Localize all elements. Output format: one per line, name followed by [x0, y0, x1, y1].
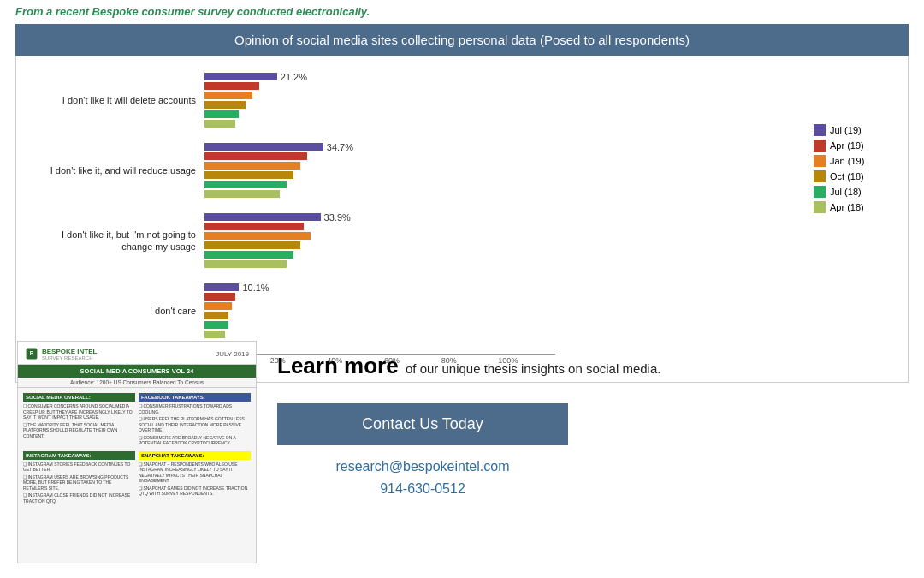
bar — [204, 232, 311, 240]
learn-more-bold: Learn more — [277, 353, 399, 378]
report-thumbnail: B BESPOKE INTEL SURVEY RESEARCH JULY 201… — [17, 341, 257, 563]
bar-group: 21.2% — [204, 73, 797, 128]
legend-label: Apr (18) — [830, 202, 864, 212]
legend-item: Jul (18) — [814, 186, 891, 198]
thumb-col: SOCIAL MEDIA OVERALL:❑ CONSUMER CONCERNS… — [21, 391, 137, 450]
legend-item: Oct (18) — [814, 170, 891, 182]
bar-row — [204, 171, 797, 179]
thumb-bullet: ❑ INSTAGRAM CLOSE FRIENDS DID NOT INCREA… — [23, 492, 135, 504]
legend-label: Jan (19) — [830, 156, 864, 166]
svg-text:B: B — [30, 350, 34, 356]
thumb-logo-text: BESPOKE INTEL SURVEY RESEARCH — [42, 348, 97, 361]
legend-color-box — [814, 140, 826, 152]
thumb-subtitle: SOCIAL MEDIA CONSUMERS VOL 24 — [18, 365, 256, 378]
thumb-audience: Audience: 1200+ US Consumers Balanced To… — [18, 378, 256, 388]
bar — [204, 92, 252, 99]
legend-color-box — [814, 155, 826, 167]
bar-row — [204, 251, 797, 259]
chart-inner: I don't like it will delete accounts21.2… — [33, 73, 797, 365]
bar — [204, 251, 293, 259]
bar — [204, 171, 293, 179]
thumb-bullet: ❑ SNAPCHAT – RESPONDENTS WHO ALSO USE IN… — [139, 462, 251, 484]
legend-color-box — [814, 124, 826, 136]
survey-note: From a recent Bespoke consumer survey co… — [15, 5, 370, 18]
thumb-section-header: SNAPCHAT TAKEAWAYS: — [139, 451, 251, 460]
bar-row — [204, 260, 797, 268]
bar-row — [204, 190, 797, 198]
bar-row — [204, 152, 797, 160]
legend-item: Apr (19) — [814, 140, 891, 152]
bar-row — [204, 232, 797, 240]
learn-more-rest: of our unique thesis insights on social … — [406, 361, 661, 376]
bar — [204, 110, 239, 118]
thumb-logo: B BESPOKE INTEL SURVEY RESEARCH — [25, 347, 97, 361]
bar — [204, 101, 246, 109]
bar-row — [204, 162, 797, 170]
legend-item: Jan (19) — [814, 155, 891, 167]
bespoke-logo-icon: B — [25, 347, 38, 361]
thumb-bullet: ❑ USERS FEEL THE PLATFORM HAS GOTTEN LES… — [139, 416, 251, 433]
thumb-header: B BESPOKE INTEL SURVEY RESEARCH JULY 201… — [18, 342, 256, 365]
bar-value-label: 33.9% — [324, 212, 351, 223]
legend-color-box — [814, 170, 826, 182]
thumb-body: SOCIAL MEDIA OVERALL:❑ CONSUMER CONCERNS… — [18, 388, 256, 510]
legend-label: Jul (19) — [830, 125, 862, 135]
chart-row-label: I don't like it, but I'm not going to ch… — [33, 229, 204, 253]
bar-row — [204, 120, 797, 128]
bar — [204, 162, 300, 170]
bar-group: 33.9% — [204, 213, 797, 268]
bar — [204, 73, 277, 80]
contact-us-button[interactable]: Contact Us Today — [277, 403, 568, 445]
bar-row — [204, 241, 797, 249]
bar — [204, 82, 259, 90]
chart-legend: Jul (19)Apr (19)Jan (19)Oct (18)Jul (18)… — [814, 73, 891, 365]
legend-label: Oct (18) — [830, 171, 864, 182]
thumb-col: SNAPCHAT TAKEAWAYS:❑ SNAPCHAT – RESPONDE… — [137, 450, 252, 508]
bar — [204, 143, 323, 151]
bar-value-label: 21.2% — [281, 72, 307, 82]
thumb-section-header: SOCIAL MEDIA OVERALL: — [23, 393, 135, 402]
thumb-bullet: ❑ SNAPCHAT GAMES DID NOT INCREASE TRACTI… — [139, 486, 251, 497]
thumb-section-header: INSTAGRAM TAKEAWAYS: — [23, 451, 135, 460]
chart-row: I don't like it will delete accounts21.2… — [33, 73, 797, 128]
bar-row — [204, 82, 797, 90]
chart-row: I don't like it, but I'm not going to ch… — [33, 213, 797, 268]
bar-row — [204, 92, 797, 99]
bar — [204, 152, 307, 160]
thumb-bullet: ❑ CONSUMER CONCERNS AROUND SOCIAL MEDIA … — [23, 403, 135, 420]
bar-value-label: 10.1% — [242, 283, 269, 293]
bar-row — [204, 312, 797, 319]
thumb-col: FACEBOOK TAKEAWAYS:❑ CONSUMER FRUSTRATIO… — [137, 391, 252, 450]
thumb-col: INSTAGRAM TAKEAWAYS:❑ INSTAGRAM STORIES … — [21, 450, 137, 508]
contact-email: research@bespokeintel.com — [277, 459, 568, 474]
bar — [204, 181, 287, 188]
logo-sub: SURVEY RESEARCH — [42, 355, 97, 361]
bar-row — [204, 293, 797, 301]
thumb-bullet: ❑ CONSUMER FRUSTRATIONS TOWARD ADS COOLI… — [139, 403, 251, 414]
bar — [204, 241, 300, 249]
bar-row: 10.1% — [204, 283, 797, 291]
contact-phone: 914-630-0512 — [277, 481, 568, 497]
chart-row: I don't like it, and will reduce usage34… — [33, 143, 797, 198]
legend-color-box — [814, 201, 826, 213]
bar — [204, 283, 239, 291]
thumb-bullet: ❑ THE MAJORITY FEEL THAT SOCIAL MEDIA PL… — [23, 422, 135, 439]
bar-row — [204, 302, 797, 310]
bar-row — [204, 181, 797, 188]
bar — [204, 120, 235, 128]
thumb-bullet: ❑ INSTAGRAM STORIES FEEDBACK CONTINUES T… — [23, 462, 135, 473]
legend-item: Apr (18) — [814, 201, 891, 213]
thumb-bullet: ❑ CONSUMERS ARE BROADLY NEGATIVE ON A PO… — [139, 435, 251, 446]
bar — [204, 260, 287, 268]
thumb-date: JULY 2019 — [216, 350, 249, 358]
bar — [204, 302, 232, 310]
bar-row: 33.9% — [204, 213, 797, 221]
bar — [204, 190, 280, 198]
legend-label: Apr (19) — [830, 140, 864, 151]
chart-title: Opinion of social media sites collecting… — [15, 24, 909, 56]
bar-value-label: 34.7% — [327, 142, 353, 152]
bar-row: 21.2% — [204, 73, 797, 80]
bar-group: 34.7% — [204, 143, 797, 198]
bar-row — [204, 101, 797, 109]
chart-row-label: I don't like it, and will reduce usage — [33, 164, 204, 176]
